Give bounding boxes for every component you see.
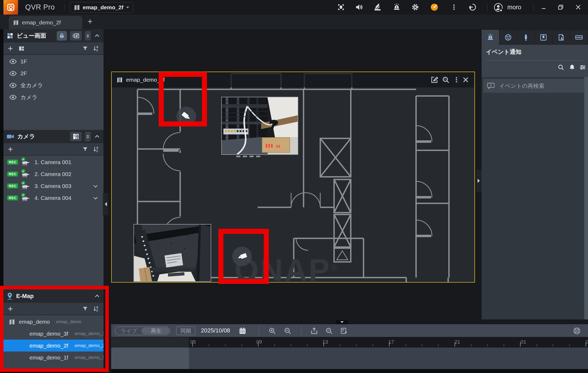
health-button[interactable]: [430, 3, 439, 12]
sort-az-icon[interactable]: A Z: [93, 146, 100, 152]
emap-viewport[interactable]: QNAP® emap_demo_2f: [111, 72, 475, 283]
camera-preview-rack[interactable]: [221, 97, 298, 155]
eye-icon[interactable]: [9, 94, 17, 100]
timeline-ruler[interactable]: 05 09 13 17 21 01 0: [111, 337, 588, 348]
camera-panel-icon: [7, 134, 14, 139]
add-camera-button[interactable]: [7, 146, 14, 152]
add-tab-button[interactable]: +: [88, 17, 93, 27]
eye-icon[interactable]: [9, 71, 17, 76]
event-research-row[interactable]: イベントの再検索: [483, 79, 584, 93]
minimize-button[interactable]: [539, 3, 548, 12]
emap-item-root[interactable]: emap_demo emap_demo: [3, 316, 103, 328]
fullscreen-button[interactable]: [336, 3, 345, 12]
timeline-zoom-out-button[interactable]: [283, 326, 292, 335]
log-button[interactable]: [373, 3, 382, 12]
layout-icon[interactable]: [18, 45, 25, 52]
add-emap-button[interactable]: [7, 306, 14, 312]
divider: [301, 326, 301, 335]
view-item-2f[interactable]: 2F: [3, 67, 103, 79]
magnifier-icon: [442, 76, 450, 84]
views-panel-header[interactable]: ビュー画面: [3, 29, 103, 42]
sort-az-icon[interactable]: A Z: [93, 306, 100, 312]
filter-icon[interactable]: [82, 146, 88, 152]
emap-camera-marker-2[interactable]: [232, 247, 252, 266]
svg-text:A: A: [96, 146, 98, 149]
camera-item-4[interactable]: REC 4. Camera 004: [3, 192, 103, 204]
collapse-chevron-icon[interactable]: [94, 293, 100, 299]
date-value[interactable]: 2025/10/08: [201, 327, 230, 334]
pan-navigate-button[interactable]: [572, 326, 581, 335]
edit-emap-button[interactable]: [430, 75, 439, 85]
lock-layout-button[interactable]: [57, 31, 67, 41]
more-menu-button[interactable]: [449, 3, 459, 12]
emap-camera-marker-1[interactable]: [176, 107, 196, 126]
bookmark-add-icon: [340, 327, 348, 335]
view-rotation-button[interactable]: [70, 31, 82, 41]
view-item-all-cameras[interactable]: 全カメラ: [3, 79, 103, 91]
camera-item-1[interactable]: REC 1. Camera 001: [3, 156, 103, 168]
camera-item-2[interactable]: REC 2. Camera 002: [3, 168, 103, 180]
close-emap-button[interactable]: [461, 75, 470, 85]
timeline-zoom-in-button[interactable]: [268, 326, 277, 335]
add-bookmark-button[interactable]: [339, 326, 348, 335]
emap-item-1f[interactable]: emap_demo_1f emap_demo_1f: [3, 352, 103, 363]
add-view-button[interactable]: [7, 45, 14, 52]
user-name[interactable]: moro: [507, 4, 521, 11]
timeline-collapse-tab[interactable]: [336, 320, 348, 324]
event-search-button[interactable]: [557, 63, 565, 71]
emap-item-2f-selected[interactable]: emap_demo_2f emap_demo_2f: [3, 340, 103, 352]
panel-stepper[interactable]: [85, 132, 91, 141]
event-list-scrollbar[interactable]: [584, 77, 588, 319]
view-selector-dropdown[interactable]: emap_demo_2f: [70, 2, 133, 13]
eye-icon[interactable]: [9, 82, 17, 88]
tab-event-notification[interactable]: [482, 30, 499, 45]
timeline-track[interactable]: [111, 348, 588, 369]
camera-preview-ceiling[interactable]: [133, 224, 211, 282]
sort-az-icon[interactable]: A Z: [93, 45, 100, 52]
sequential-view-button[interactable]: [70, 132, 82, 141]
emap-zoom-button[interactable]: [441, 75, 451, 85]
cameras-panel-header[interactable]: カメラ: [3, 130, 103, 143]
event-filter-settings-button[interactable]: [579, 63, 587, 71]
user-avatar[interactable]: [493, 2, 504, 13]
map-icon: [116, 77, 123, 83]
panel-stepper[interactable]: [85, 31, 91, 41]
switch-views-icon: [72, 33, 79, 39]
tab-license-plate[interactable]: [570, 30, 588, 45]
live-label[interactable]: ライブ: [115, 327, 142, 335]
settings-button[interactable]: [411, 3, 420, 12]
playback-label[interactable]: 再生: [142, 327, 170, 335]
emap-panel-header[interactable]: E-Map: [3, 289, 103, 303]
collapse-chevron-icon[interactable]: [94, 33, 100, 39]
event-bell-button[interactable]: [568, 63, 576, 71]
tab-face-events[interactable]: [499, 30, 517, 45]
close-button[interactable]: [574, 3, 583, 12]
filter-icon[interactable]: [82, 46, 88, 51]
calendar-button[interactable]: [238, 326, 247, 335]
expand-chevron-icon[interactable]: [92, 183, 99, 189]
logout-button[interactable]: [468, 3, 477, 12]
audio-button[interactable]: [354, 3, 364, 12]
eye-icon[interactable]: [9, 59, 17, 64]
ai-search-icon: [325, 327, 333, 335]
sync-button[interactable]: 同期: [176, 327, 195, 335]
view-item-1f[interactable]: 1F: [3, 55, 103, 67]
emap-more-button[interactable]: [452, 75, 461, 85]
expand-chevron-icon[interactable]: [92, 195, 99, 201]
export-button[interactable]: [310, 326, 319, 335]
emap-item-3f[interactable]: emap_demo_3f emap_demo_3f: [3, 328, 103, 340]
tab-bookmarks[interactable]: [535, 30, 552, 45]
tab-smart-search[interactable]: [552, 30, 570, 45]
camera-item-3[interactable]: REC 3. Camera 003: [3, 180, 103, 192]
collapse-chevron-icon[interactable]: [94, 133, 100, 140]
filter-icon[interactable]: [82, 306, 88, 312]
view-item-camera[interactable]: カメラ: [3, 91, 103, 103]
live-playback-toggle[interactable]: ライブ 再生: [115, 327, 170, 335]
sidebar-collapse-handle[interactable]: [103, 193, 108, 215]
alert-button[interactable]: [392, 3, 401, 12]
smart-search-button[interactable]: [325, 326, 334, 335]
tab-emap-demo-2f[interactable]: emap_demo_2f: [9, 16, 82, 29]
emap-panel-handle[interactable]: [476, 170, 482, 192]
tab-people-events[interactable]: [517, 30, 535, 45]
restore-button[interactable]: [556, 3, 565, 12]
